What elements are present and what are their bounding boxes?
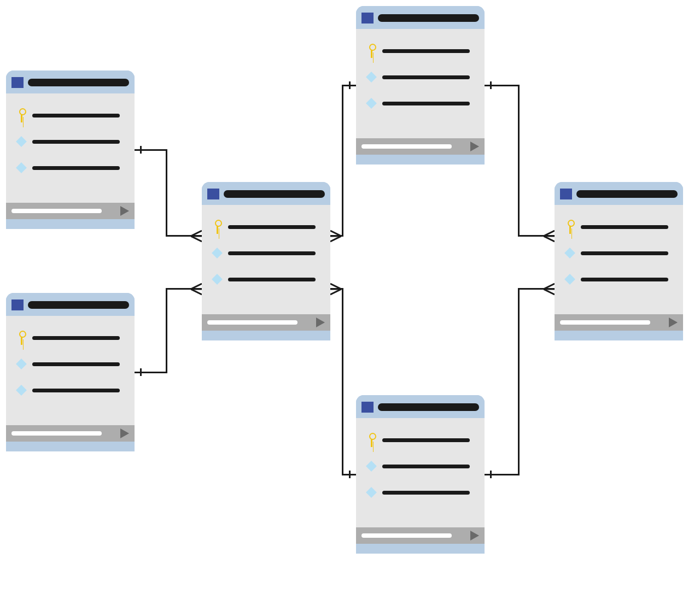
footer-bar [11,209,102,213]
relationship-line [135,149,167,151]
relationship-line [166,149,167,237]
field-line [581,278,668,281]
table-icon [11,77,24,88]
primary-key-icon [19,330,25,345]
table-header [555,182,683,205]
table-entity-5 [356,395,485,554]
cardinality-many-icon [544,230,555,243]
table-entity-3 [202,182,330,340]
play-icon [120,428,129,438]
footer-bar [361,533,452,538]
cardinality-one-icon [349,81,351,89]
attribute-icon [16,136,27,147]
primary-key-icon [369,432,375,448]
table-header [356,6,485,29]
cardinality-one-icon [490,81,492,89]
cardinality-one-icon [349,471,351,478]
field-line [228,251,316,255]
cardinality-many-icon [330,283,341,296]
table-footer [356,527,485,554]
relationship-line [342,85,343,237]
field-line [382,491,470,495]
footer-bar [11,431,102,436]
relationship-line [518,85,520,237]
footer-bar [207,320,298,325]
field-row [16,109,125,122]
attribute-icon [564,274,575,285]
cardinality-many-icon [544,283,555,296]
primary-key-icon [567,219,573,234]
attribute-icon [16,359,27,369]
table-icon [361,13,374,24]
field-line [382,438,470,442]
field-line [228,278,316,281]
cardinality-one-icon [140,368,142,376]
field-line [581,251,668,255]
primary-key-icon [19,108,25,123]
field-row [16,135,125,148]
play-icon [316,318,325,327]
table-footer [202,314,330,340]
field-line [382,102,470,105]
table-title-bar [28,301,129,309]
relationship-line [166,288,167,373]
table-footer [555,314,683,340]
table-fields [356,29,485,138]
field-line [32,336,120,340]
table-icon [11,299,24,310]
table-title-bar [378,403,479,411]
relationship-line [135,372,167,373]
field-line [382,49,470,53]
table-title-bar [28,79,129,86]
footer-bar [560,320,650,325]
attribute-icon [212,274,223,285]
field-line [382,75,470,79]
field-line [581,225,668,229]
field-line [32,140,120,144]
table-fields [356,418,485,527]
play-icon [669,318,678,327]
table-header [6,70,135,93]
table-footer [6,203,135,229]
table-entity-2 [6,293,135,451]
table-header [356,395,485,418]
table-fields [555,205,683,314]
table-footer [356,138,485,164]
attribute-icon [366,487,377,498]
table-title-bar [576,190,678,198]
attribute-icon [366,461,377,472]
play-icon [470,531,479,540]
field-line [228,225,316,229]
table-entity-1 [6,70,135,229]
er-diagram-canvas [0,0,700,611]
attribute-icon [366,72,377,83]
attribute-icon [16,385,27,396]
attribute-icon [564,248,575,258]
field-line [32,362,120,366]
field-line [32,166,120,170]
relationship-line [518,288,520,475]
field-line [32,114,120,118]
footer-bar [361,144,452,149]
table-icon [207,189,219,199]
table-fields [202,205,330,314]
table-icon [560,189,572,199]
cardinality-one-icon [490,471,492,478]
play-icon [120,206,129,216]
table-title-bar [378,14,479,22]
cardinality-many-icon [330,230,341,243]
table-fields [6,316,135,425]
table-title-bar [224,190,325,198]
attribute-icon [16,162,27,173]
attribute-icon [212,248,223,258]
primary-key-icon [214,219,220,234]
relationship-line [342,288,343,475]
cardinality-one-icon [140,146,142,154]
cardinality-many-icon [191,230,202,243]
field-row [16,161,125,174]
table-footer [6,425,135,451]
table-entity-6 [555,182,683,340]
attribute-icon [366,98,377,109]
table-icon [361,402,374,413]
table-entity-4 [356,6,485,164]
